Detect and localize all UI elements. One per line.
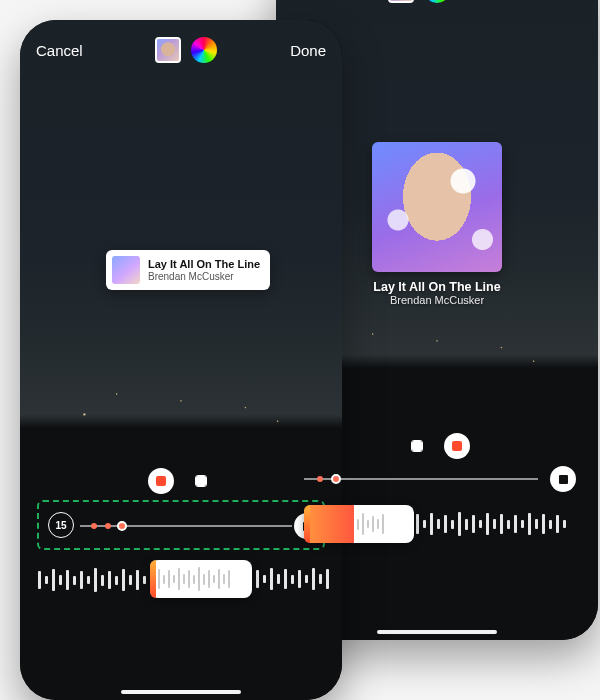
song-title: Lay It All On The Line xyxy=(372,280,502,294)
song-artist: Brendan McCusker xyxy=(372,294,502,306)
music-scrubber[interactable] xyxy=(150,560,252,598)
song-title: Lay It All On The Line xyxy=(148,258,260,271)
stop-button[interactable] xyxy=(550,466,576,492)
music-sticker-compact[interactable]: Lay It All On The Line Brendan McCusker xyxy=(106,250,270,290)
clip-track[interactable] xyxy=(80,525,292,527)
song-artist: Brendan McCusker xyxy=(148,271,260,283)
music-scrubber[interactable] xyxy=(304,505,414,543)
home-indicator xyxy=(377,630,497,634)
scrubber-progress xyxy=(310,505,354,543)
color-picker-icon[interactable] xyxy=(191,37,217,63)
sticker-style-row xyxy=(404,433,470,459)
sticker-style-large[interactable] xyxy=(188,468,214,494)
album-art-small xyxy=(112,256,140,284)
waveform-ticks xyxy=(256,568,329,590)
clip-marker[interactable] xyxy=(105,523,111,529)
album-art-large xyxy=(372,142,502,272)
music-sticker-large[interactable]: Lay It All On The Line Brendan McCusker xyxy=(372,142,502,306)
scrubber-accent xyxy=(150,560,156,598)
clip-marker[interactable] xyxy=(91,523,97,529)
sticker-style-row xyxy=(148,468,214,494)
cancel-button[interactable]: Cancel xyxy=(36,42,83,59)
editor-topbar: Cancel Done xyxy=(20,20,342,80)
waveform-ticks xyxy=(38,568,146,592)
clip-start-handle[interactable] xyxy=(117,521,127,531)
story-background xyxy=(20,20,342,700)
sticker-style-compact[interactable] xyxy=(404,433,430,459)
clip-duration-button[interactable]: 15 xyxy=(48,512,74,538)
color-picker-icon[interactable] xyxy=(424,0,450,3)
editor-topbar: Done xyxy=(276,0,598,20)
home-indicator xyxy=(121,690,241,694)
album-thumb-button[interactable] xyxy=(155,37,181,63)
clip-start-handle[interactable] xyxy=(331,474,341,484)
sticker-style-large[interactable] xyxy=(444,433,470,459)
waveform-ticks xyxy=(416,512,566,536)
album-thumb-button[interactable] xyxy=(388,0,414,3)
phone-screen-left: Cancel Done Lay It All On The Line Brend… xyxy=(20,20,342,700)
sticker-style-compact[interactable] xyxy=(148,468,174,494)
done-button[interactable]: Done xyxy=(290,42,326,59)
clip-marker[interactable] xyxy=(317,476,323,482)
